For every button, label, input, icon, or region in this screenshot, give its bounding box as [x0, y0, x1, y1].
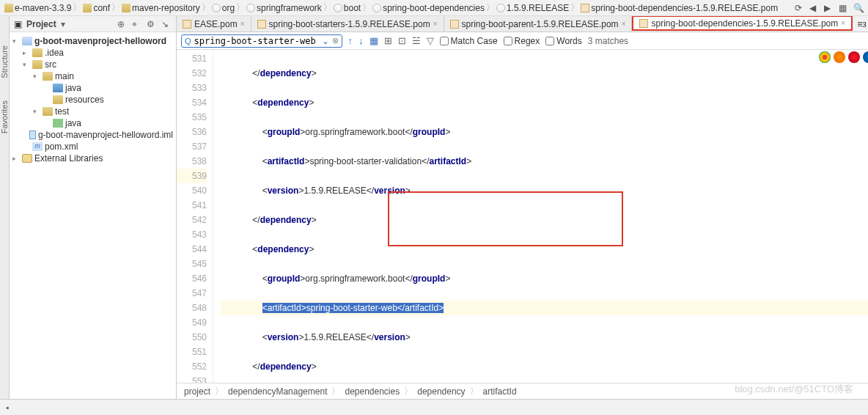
left-rail: Structure Favorites [0, 16, 10, 399]
opera-icon[interactable] [848, 51, 860, 63]
editor-tab-active[interactable]: spring-boot-dependencies-1.5.9.RELEASE.p… [632, 16, 853, 31]
project-tree: ▾g-boot-mavenproject-helloword ▸.idea ▾s… [10, 32, 176, 399]
editor-area: EASE.pom× spring-boot-starters-1.5.9.REL… [177, 16, 868, 399]
browser-icons [819, 51, 868, 63]
module-icon [22, 37, 32, 45]
library-icon [22, 154, 32, 163]
tree-file[interactable]: mpom.xml [10, 141, 176, 153]
crumb[interactable]: dependencyManagement [228, 386, 327, 397]
clear-icon[interactable]: ⊗ [332, 36, 339, 45]
crumb[interactable]: dependency [417, 386, 465, 397]
select-all-icon[interactable]: ⊞ [384, 35, 392, 46]
words-checkbox[interactable]: Words [545, 36, 581, 46]
iml-file-icon [29, 131, 36, 139]
maven-file-icon: m [32, 142, 43, 151]
regex-checkbox[interactable]: Regex [504, 36, 540, 46]
code-body[interactable]: </dependency> <dependency> <groupId>org.… [213, 50, 868, 383]
crumb[interactable]: maven-repository [122, 3, 200, 13]
tree-res-folder[interactable]: resources [10, 94, 176, 106]
search-icon[interactable]: 🔍 [853, 3, 864, 13]
prev-match-icon[interactable]: ↑ [348, 35, 353, 46]
tree-folder[interactable]: ▾src [10, 59, 176, 70]
next-match-icon[interactable]: ↓ [358, 35, 364, 46]
crumb[interactable]: artifactId [483, 386, 517, 397]
crumb[interactable]: dependencies [345, 386, 400, 397]
tree-folder[interactable]: ▾test [10, 106, 176, 117]
folder-icon [4, 4, 13, 12]
close-icon[interactable]: × [240, 20, 245, 28]
toolbar-icons: ⟳ ◀ ▶ ▦ 🔍 [795, 3, 864, 13]
close-icon[interactable]: × [841, 19, 845, 27]
crumb[interactable]: e-maven-3.3.9 [4, 3, 71, 13]
left-icon[interactable]: ◀ [809, 3, 820, 13]
edge-icon[interactable] [863, 51, 868, 63]
panel-header: ▣ Project ▾ ⊕ ⌖ ⚙ ↘ [10, 16, 176, 32]
status-icon[interactable]: ▪ [6, 403, 9, 413]
editor-tab[interactable]: spring-boot-starters-1.5.9.RELEASE.pom× [251, 16, 444, 32]
editor-tab[interactable]: EASE.pom× [177, 16, 251, 32]
chrome-icon[interactable] [819, 51, 831, 63]
breadcrumb: e-maven-3.3.9〉 conf〉 maven-repository〉 o… [0, 0, 868, 16]
code-editor[interactable]: 5315325335345355365375385395405415425435… [177, 50, 868, 383]
locate-icon[interactable]: ⌖ [132, 19, 142, 29]
crumb[interactable]: springframework [246, 3, 322, 13]
file-icon [639, 19, 648, 28]
tree-module[interactable]: ▾g-boot-mavenproject-helloword [10, 35, 176, 47]
resources-folder-icon [53, 95, 63, 104]
folder-icon [122, 4, 130, 12]
gutter: 5315325335345355365375385395405415425435… [177, 50, 213, 383]
tree-folder[interactable]: ▸.idea [10, 47, 176, 59]
hide-icon[interactable]: ↘ [161, 19, 172, 29]
project-icon: ▣ [14, 19, 22, 29]
sync-icon[interactable]: ⟳ [795, 3, 805, 13]
search-input[interactable] [194, 36, 319, 46]
crumb[interactable]: project [184, 386, 210, 397]
match-case-checkbox[interactable]: Match Case [440, 36, 498, 46]
watermark: blog.csdn.net/@51CTO博客 [735, 383, 853, 396]
tree-folder[interactable]: ▾main [10, 70, 176, 82]
crumb[interactable]: 1.5.9.RELEASE [496, 3, 569, 13]
crumb[interactable]: boot [334, 3, 361, 13]
search-bar: Q ⌄ ⊗ ↑ ↓ ▦ ⊞ ⊡ ☱ ▽ Match Case Regex Wor… [177, 32, 868, 50]
package-icon [496, 4, 505, 12]
project-panel: ▣ Project ▾ ⊕ ⌖ ⚙ ↘ ▾g-boot-mavenproject… [10, 16, 177, 399]
folder-icon [43, 107, 53, 116]
folder-icon [32, 60, 43, 69]
tree-file[interactable]: g-boot-mavenproject-helloword.iml [10, 129, 176, 141]
tree-libraries[interactable]: ▸External Libraries [10, 153, 176, 164]
search-input-wrap: Q ⌄ ⊗ [181, 34, 342, 48]
tree-src-folder[interactable]: java [10, 82, 176, 94]
crumb[interactable]: spring-boot-dependencies-1.5.9.RELEASE.p… [581, 3, 778, 13]
right-icon[interactable]: ▶ [824, 3, 834, 13]
search-icon: Q [185, 37, 191, 45]
add-selection-icon[interactable]: ⊡ [398, 35, 406, 46]
folder-icon [32, 48, 43, 57]
file-icon [257, 20, 266, 29]
collapse-icon[interactable]: ⊕ [117, 19, 128, 29]
match-count: 3 matches [588, 36, 628, 46]
editor-tab[interactable]: spring-boot-parent-1.5.9.RELEASE.pom× [444, 16, 633, 32]
rail-structure[interactable]: Structure [0, 45, 9, 78]
file-icon [581, 4, 589, 12]
folder-icon [43, 72, 53, 81]
package-icon [334, 4, 342, 12]
java-folder-icon [53, 84, 63, 92]
tab-list-icon[interactable]: ≡з [857, 19, 867, 29]
rail-favorites[interactable]: Favorites [0, 100, 9, 133]
filter-icon[interactable]: ▽ [427, 35, 434, 46]
file-icon [183, 20, 191, 29]
grid-icon[interactable]: ▦ [839, 3, 849, 13]
crumb[interactable]: spring-boot-dependencies [372, 3, 485, 13]
toggle-icon[interactable]: ☱ [412, 35, 421, 46]
package-icon [372, 4, 381, 12]
crumb[interactable]: org [212, 3, 235, 13]
close-icon[interactable]: × [622, 20, 626, 28]
history-icon[interactable]: ⌄ [322, 36, 329, 46]
find-all-icon[interactable]: ▦ [369, 35, 378, 46]
package-icon [212, 4, 221, 12]
gear-icon[interactable]: ⚙ [147, 19, 157, 29]
firefox-icon[interactable] [834, 51, 845, 63]
crumb[interactable]: conf [83, 3, 110, 13]
tree-src-folder[interactable]: java [10, 117, 176, 129]
close-icon[interactable]: × [433, 20, 438, 28]
